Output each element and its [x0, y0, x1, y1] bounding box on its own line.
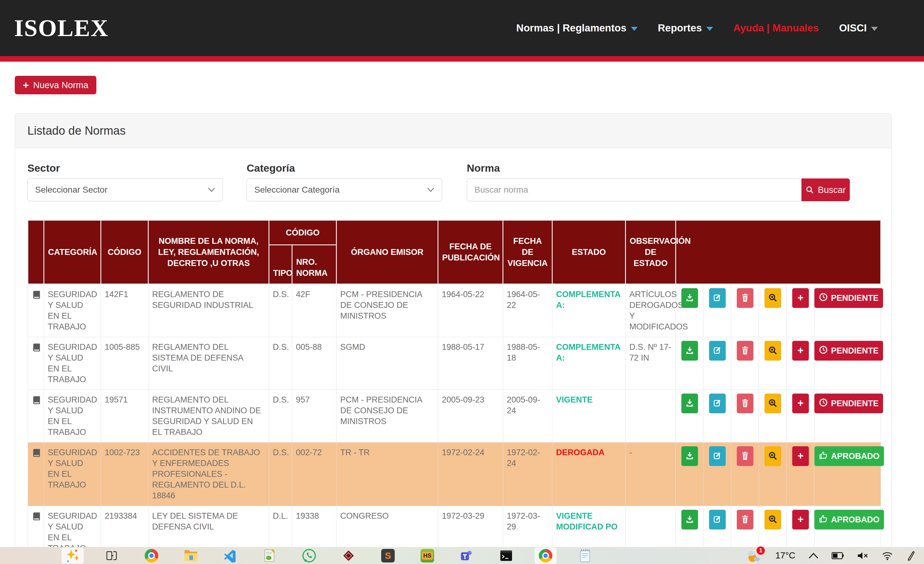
search-icon	[806, 185, 814, 194]
edit-button[interactable]	[709, 341, 726, 361]
nav-ayuda-manuales[interactable]: Ayuda | Manuales	[734, 22, 819, 34]
copilot-sparkle-icon[interactable]	[64, 548, 81, 563]
new-norm-button[interactable]: + Nueva Norma	[15, 76, 96, 94]
download-button[interactable]	[681, 446, 698, 466]
chrome-icon[interactable]	[144, 548, 159, 563]
sublime-text-icon[interactable]: S	[380, 548, 396, 563]
teams-icon[interactable]	[459, 548, 475, 563]
table-row: SEGURIDAD Y SALUD EN EL TRABAJO 1005-885…	[28, 337, 881, 390]
approval-status-button[interactable]: APROBADO	[814, 446, 884, 466]
download-button[interactable]	[681, 341, 698, 361]
delete-button[interactable]	[737, 446, 753, 466]
categoria-label: Categoría	[247, 162, 442, 174]
edit-button[interactable]	[709, 510, 726, 529]
nav-reportes[interactable]: Reportes	[658, 22, 713, 34]
chrome-icon[interactable]	[538, 548, 554, 563]
sector-select[interactable]: Seleccionar Sector	[27, 179, 223, 201]
whatsapp-icon[interactable]	[301, 548, 317, 563]
vscode-icon[interactable]	[222, 548, 238, 563]
edit-button[interactable]	[709, 446, 726, 466]
nav-normas-reglamentos[interactable]: Normas | Reglamentos	[516, 22, 638, 34]
task-view-icon[interactable]	[104, 548, 120, 563]
view-detail-button[interactable]	[765, 341, 781, 361]
view-detail-button[interactable]	[765, 446, 781, 466]
download-button[interactable]	[681, 510, 698, 529]
diamond-app-icon[interactable]	[340, 548, 357, 563]
notepad-plus-plus-icon[interactable]	[262, 548, 278, 563]
chevron-down-icon	[631, 27, 638, 31]
delete-button[interactable]	[737, 341, 753, 361]
battery-icon[interactable]	[832, 552, 844, 560]
search-plus-icon	[768, 346, 777, 356]
header-codigo-group: CÓDIGO	[269, 220, 336, 245]
approval-label: PENDIENTE	[831, 346, 879, 356]
download-icon	[685, 515, 694, 525]
download-icon	[685, 399, 694, 409]
estado-cell: DEROGADA	[552, 442, 626, 506]
categoria-cell: SEGURIDAD Y SALUD EN EL TRABAJO	[44, 337, 101, 390]
file-explorer-icon[interactable]	[183, 548, 199, 563]
view-detail-button[interactable]	[765, 510, 781, 529]
approval-status-button[interactable]: PENDIENTE	[814, 394, 883, 413]
categoria-cell: SEGURIDAD Y SALUD EN EL TRABAJO	[44, 390, 101, 442]
page-title: Listado de Normas	[27, 124, 879, 137]
chevron-down-icon	[427, 187, 435, 192]
weather-widget-icon[interactable]: 1	[746, 548, 762, 563]
delete-button[interactable]	[737, 288, 753, 308]
view-detail-button[interactable]	[765, 394, 781, 413]
approval-status-button[interactable]: PENDIENTE	[814, 288, 883, 308]
search-input[interactable]	[467, 179, 801, 201]
trash-icon	[741, 451, 749, 461]
notification-badge: 1	[756, 546, 765, 555]
observacion-cell: D.S. Nº 17-72 IN	[626, 337, 676, 390]
trash-icon	[741, 399, 749, 408]
add-related-button[interactable]	[792, 394, 809, 413]
trash-icon	[741, 515, 749, 525]
nav-oisci[interactable]: OISCI	[839, 22, 878, 34]
add-related-button[interactable]	[792, 510, 809, 529]
categoria-select[interactable]: Seleccionar Categoría	[247, 179, 442, 201]
approval-cell: PENDIENTE	[814, 284, 881, 337]
wifi-icon[interactable]	[882, 551, 893, 560]
terminal-icon[interactable]	[498, 548, 514, 563]
pen-icon[interactable]	[906, 551, 915, 561]
volume-muted-icon[interactable]	[857, 551, 868, 560]
chevron-down-icon	[208, 187, 215, 192]
codigo-cell: 142F1	[101, 284, 148, 337]
approval-status-button[interactable]: APROBADO	[814, 510, 884, 529]
categoria-cell: SEGURIDAD Y SALUD EN EL TRABAJO	[44, 442, 101, 506]
add-related-button[interactable]	[792, 341, 809, 361]
panel-body: Sector Seleccionar Sector Categoría Sele…	[15, 148, 891, 564]
notepad-icon[interactable]	[577, 548, 593, 563]
edit-button[interactable]	[709, 394, 726, 413]
header-codigo: CÓDIGO	[101, 220, 148, 284]
view-detail-button[interactable]	[765, 288, 781, 308]
add-related-button[interactable]	[792, 288, 809, 308]
add-related-button[interactable]	[792, 446, 809, 466]
book-icon	[32, 292, 42, 302]
tipo-cell: D.S.	[269, 337, 292, 390]
edit-button[interactable]	[709, 288, 726, 308]
hs-app-icon[interactable]: HS	[419, 548, 435, 563]
temperature-label[interactable]: 17°C	[775, 550, 795, 561]
header-fecha-publicacion: FECHA DE PUBLICACIÓN	[438, 220, 503, 284]
approval-status-button[interactable]: PENDIENTE	[814, 341, 883, 361]
search-button[interactable]: Buscar	[801, 179, 850, 201]
delete-button[interactable]	[737, 394, 753, 413]
download-button[interactable]	[681, 288, 698, 308]
header-nombre: NOMBRE DE LA NORMA, LEY, REGLAMENTACIÓN,…	[148, 220, 269, 284]
delete-button[interactable]	[737, 510, 753, 529]
estado-cell: COMPLEMENTA A:	[552, 284, 626, 337]
brand-logo[interactable]: ISOLEX	[14, 14, 109, 42]
fecha-publicacion-cell: 2005-09-23	[438, 390, 503, 442]
plus-icon: +	[23, 80, 29, 90]
book-icon	[32, 345, 42, 355]
download-button[interactable]	[681, 394, 698, 413]
chevron-up-icon[interactable]	[808, 552, 819, 559]
estado-cell: COMPLEMENTA A:	[552, 337, 626, 390]
doc-indicator-cell	[28, 337, 44, 390]
thumbs-up-icon	[819, 514, 828, 525]
fecha-publicacion-cell: 1964-05-22	[438, 284, 503, 337]
nombre-cell: REGLAMENTO DEL SISTEMA DE DEFENSA CIVIL	[148, 337, 269, 390]
header-nro-norma: NRO. NORMA	[292, 245, 336, 284]
